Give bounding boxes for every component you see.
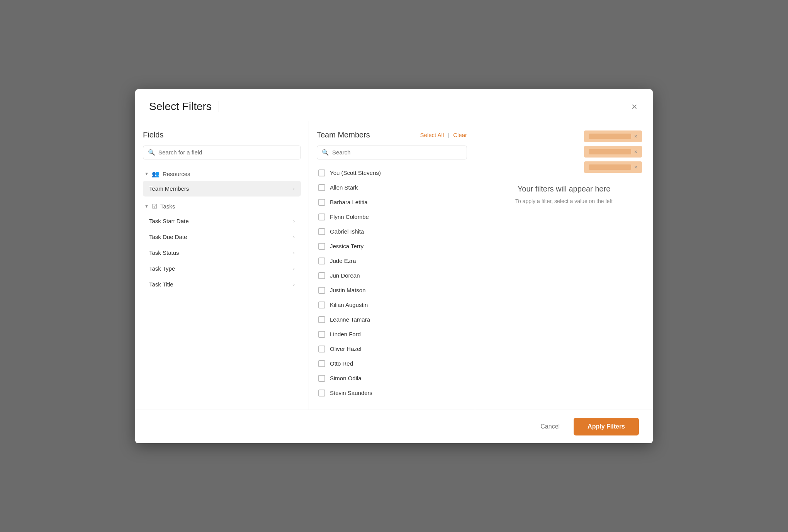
member-name: Allen Stark — [330, 184, 358, 191]
task-status-label: Task Status — [149, 249, 179, 256]
filter-tag: × — [584, 161, 642, 173]
list-item[interactable]: Simon Odila — [317, 371, 467, 386]
apply-filters-button[interactable]: Apply Filters — [574, 418, 639, 435]
member-search-input[interactable] — [332, 149, 462, 156]
fields-heading: Fields — [143, 130, 301, 139]
member-checkbox[interactable] — [318, 199, 325, 206]
member-checkbox[interactable] — [318, 243, 325, 250]
field-search-input[interactable] — [158, 149, 296, 156]
member-checkbox[interactable] — [318, 228, 325, 235]
member-checkbox[interactable] — [318, 169, 325, 176]
task-due-date-label: Task Due Date — [149, 234, 187, 240]
member-name: Jude Ezra — [330, 258, 356, 264]
list-item[interactable]: Linden Ford — [317, 327, 467, 342]
resources-arrow-icon: ▼ — [144, 171, 149, 176]
list-item[interactable]: Stevin Saunders — [317, 386, 467, 400]
header-divider — [219, 101, 219, 112]
select-all-button[interactable]: Select All — [420, 132, 444, 138]
member-name: Oliver Hazel — [330, 346, 362, 352]
select-filters-modal: Select Filters × Fields 🔍 ▼ 👥 Resources … — [135, 89, 653, 443]
task-title-chevron-icon: › — [293, 281, 295, 287]
member-checkbox[interactable] — [318, 390, 325, 396]
filter-tag-bar — [589, 164, 631, 170]
list-item[interactable]: Gabriel Ishita — [317, 224, 467, 239]
task-type-chevron-icon: › — [293, 266, 295, 271]
resources-label: Resources — [163, 171, 190, 177]
task-status-chevron-icon: › — [293, 250, 295, 256]
list-item[interactable]: Leanne Tamara — [317, 312, 467, 327]
task-start-date-field[interactable]: Task Start Date › — [143, 213, 301, 229]
member-checkbox[interactable] — [318, 360, 325, 367]
list-item[interactable]: Allen Stark — [317, 180, 467, 195]
modal-header: Select Filters × — [135, 89, 653, 121]
member-checkbox[interactable] — [318, 184, 325, 191]
member-checkbox[interactable] — [318, 258, 325, 264]
member-checkbox[interactable] — [318, 375, 325, 382]
list-item[interactable]: Oliver Hazel — [317, 342, 467, 356]
filter-tag-close-button[interactable]: × — [634, 134, 637, 139]
member-checkbox[interactable] — [318, 331, 325, 338]
task-type-field[interactable]: Task Type › — [143, 261, 301, 276]
filter-tag-close-button[interactable]: × — [634, 149, 637, 154]
member-name: Gabriel Ishita — [330, 228, 364, 235]
member-name: Jessica Terry — [330, 243, 363, 249]
header-left: Select Filters — [149, 100, 219, 113]
filters-panel: × × × Your filters will appear here To a… — [475, 121, 653, 410]
member-name: Flynn Colombe — [330, 213, 369, 220]
member-checkbox[interactable] — [318, 346, 325, 352]
task-type-label: Task Type — [149, 265, 175, 272]
field-search-box: 🔍 — [143, 146, 301, 159]
list-item[interactable]: Jude Ezra — [317, 254, 467, 268]
action-divider: | — [448, 132, 449, 138]
list-item[interactable]: Jessica Terry — [317, 239, 467, 254]
member-name: Justin Matson — [330, 287, 366, 293]
close-button[interactable]: × — [630, 100, 639, 113]
modal-title: Select Filters — [149, 100, 212, 113]
list-item[interactable]: Flynn Colombe — [317, 210, 467, 224]
task-status-field[interactable]: Task Status › — [143, 245, 301, 261]
list-item[interactable]: Otto Red — [317, 356, 467, 371]
members-title: Team Members — [317, 130, 370, 139]
member-checkbox[interactable] — [318, 213, 325, 220]
task-title-label: Task Title — [149, 281, 173, 288]
member-name: Linden Ford — [330, 331, 361, 337]
member-name: Simon Odila — [330, 375, 362, 381]
members-header: Team Members Select All | Clear — [317, 130, 467, 139]
member-search-box: 🔍 — [317, 146, 467, 159]
tasks-arrow-icon: ▼ — [144, 204, 149, 208]
resources-section-header[interactable]: ▼ 👥 Resources — [143, 167, 301, 181]
team-members-field[interactable]: Team Members › — [143, 181, 301, 197]
member-checkbox[interactable] — [318, 287, 325, 294]
task-start-date-label: Task Start Date — [149, 218, 189, 224]
filter-tag-bar — [589, 149, 631, 154]
members-actions: Select All | Clear — [420, 132, 467, 138]
tasks-label: Tasks — [160, 203, 175, 210]
member-search-icon: 🔍 — [322, 149, 329, 156]
list-item[interactable]: Justin Matson — [317, 283, 467, 298]
tasks-icon: ☑ — [152, 203, 157, 210]
member-name: Kilian Augustin — [330, 302, 368, 308]
resources-section: ▼ 👥 Resources Team Members › — [143, 167, 301, 197]
task-due-date-field[interactable]: Task Due Date › — [143, 229, 301, 245]
people-icon: 👥 — [152, 170, 160, 178]
modal-body: Fields 🔍 ▼ 👥 Resources Team Members › — [135, 121, 653, 410]
list-item[interactable]: You (Scott Stevens) — [317, 166, 467, 180]
member-name: Stevin Saunders — [330, 390, 372, 396]
member-checkbox[interactable] — [318, 272, 325, 279]
clear-button[interactable]: Clear — [453, 132, 467, 138]
filter-tag-close-button[interactable]: × — [634, 164, 637, 170]
member-checkbox[interactable] — [318, 302, 325, 308]
tasks-section-header[interactable]: ▼ ☑ Tasks — [143, 200, 301, 213]
filter-tag: × — [584, 146, 642, 158]
member-checkbox[interactable] — [318, 316, 325, 323]
member-name: Otto Red — [330, 360, 353, 367]
list-item[interactable]: Kilian Augustin — [317, 298, 467, 312]
filter-tag-bar — [589, 134, 631, 139]
list-item[interactable]: Barbara Letitia — [317, 195, 467, 210]
member-name: You (Scott Stevens) — [330, 169, 381, 176]
list-item[interactable]: Jun Dorean — [317, 268, 467, 283]
task-title-field[interactable]: Task Title › — [143, 276, 301, 292]
tasks-section: ▼ ☑ Tasks Task Start Date › Task Due Dat… — [143, 200, 301, 292]
member-name: Jun Dorean — [330, 272, 360, 279]
cancel-button[interactable]: Cancel — [533, 420, 567, 433]
